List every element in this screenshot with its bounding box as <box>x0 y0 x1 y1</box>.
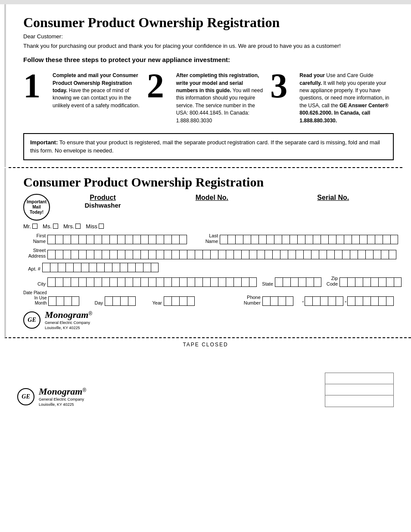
char-box[interactable] <box>312 296 320 306</box>
char-box[interactable] <box>371 277 378 287</box>
miss-checkbox[interactable] <box>99 224 104 229</box>
char-box[interactable] <box>140 250 148 259</box>
char-box[interactable] <box>109 235 117 244</box>
char-box[interactable] <box>78 277 86 287</box>
char-box[interactable] <box>72 296 79 306</box>
day-field[interactable] <box>105 296 144 306</box>
year-field[interactable] <box>164 296 203 306</box>
char-box[interactable] <box>270 296 278 306</box>
char-box[interactable] <box>282 235 290 244</box>
char-box[interactable] <box>378 277 386 287</box>
char-box[interactable] <box>78 250 86 259</box>
char-box[interactable] <box>86 235 94 244</box>
char-box[interactable] <box>179 235 187 244</box>
char-box[interactable] <box>105 296 112 306</box>
char-box[interactable] <box>386 277 394 287</box>
char-box[interactable] <box>133 277 140 287</box>
month-field[interactable] <box>48 296 87 306</box>
char-box[interactable] <box>303 250 311 259</box>
char-box[interactable] <box>71 277 78 287</box>
char-box[interactable] <box>171 296 179 306</box>
char-box[interactable] <box>305 296 312 306</box>
char-box[interactable] <box>272 250 280 259</box>
char-box[interactable] <box>262 296 270 306</box>
char-box[interactable] <box>220 235 227 244</box>
char-box[interactable] <box>363 296 371 306</box>
char-box[interactable] <box>89 263 97 272</box>
char-box[interactable] <box>235 235 243 244</box>
char-box[interactable] <box>135 263 143 272</box>
char-box[interactable] <box>120 296 128 306</box>
char-box[interactable] <box>288 250 296 259</box>
street-address-field[interactable] <box>47 250 396 259</box>
char-box[interactable] <box>195 277 202 287</box>
char-box[interactable] <box>187 277 195 287</box>
char-box[interactable] <box>148 235 156 244</box>
char-box[interactable] <box>65 263 73 272</box>
char-box[interactable] <box>151 263 159 272</box>
char-box[interactable] <box>218 277 226 287</box>
char-box[interactable] <box>94 235 102 244</box>
char-box[interactable] <box>297 235 305 244</box>
phone-mid-field[interactable] <box>305 296 344 306</box>
char-box[interactable] <box>104 263 112 272</box>
char-box[interactable] <box>265 250 272 259</box>
miss-option[interactable]: Miss <box>86 223 104 230</box>
char-box[interactable] <box>187 296 195 306</box>
char-box[interactable] <box>286 296 293 306</box>
last-name-field[interactable] <box>220 235 398 244</box>
char-box[interactable] <box>56 296 64 306</box>
char-box[interactable] <box>350 250 358 259</box>
char-box[interactable] <box>64 296 72 306</box>
zip-field[interactable] <box>339 277 402 287</box>
char-box[interactable] <box>42 263 50 272</box>
char-box[interactable] <box>210 250 218 259</box>
ms-checkbox[interactable] <box>53 224 58 229</box>
char-box[interactable] <box>234 277 241 287</box>
char-box[interactable] <box>125 235 133 244</box>
char-box[interactable] <box>148 250 156 259</box>
char-box[interactable] <box>164 235 171 244</box>
char-box[interactable] <box>257 250 265 259</box>
char-box[interactable] <box>47 235 55 244</box>
char-box[interactable] <box>383 235 390 244</box>
char-box[interactable] <box>102 250 109 259</box>
mrs-checkbox[interactable] <box>75 224 81 229</box>
char-box[interactable] <box>156 277 164 287</box>
char-box[interactable] <box>50 263 58 272</box>
char-box[interactable] <box>386 296 394 306</box>
char-box[interactable] <box>321 235 328 244</box>
char-box[interactable] <box>179 296 187 306</box>
char-box[interactable] <box>117 277 125 287</box>
char-box[interactable] <box>336 296 343 306</box>
char-box[interactable] <box>344 235 352 244</box>
mr-checkbox[interactable] <box>32 224 37 229</box>
char-box[interactable] <box>133 235 140 244</box>
char-box[interactable] <box>109 250 117 259</box>
char-box[interactable] <box>328 235 336 244</box>
char-box[interactable] <box>327 250 334 259</box>
char-box[interactable] <box>355 296 363 306</box>
char-box[interactable] <box>320 296 328 306</box>
char-box[interactable] <box>336 235 344 244</box>
char-box[interactable] <box>251 235 258 244</box>
char-box[interactable] <box>241 277 249 287</box>
char-box[interactable] <box>218 250 226 259</box>
phone-last-field[interactable] <box>347 296 394 306</box>
char-box[interactable] <box>109 277 117 287</box>
char-box[interactable] <box>365 250 373 259</box>
char-box[interactable] <box>339 277 347 287</box>
char-box[interactable] <box>394 277 402 287</box>
char-box[interactable] <box>378 296 386 306</box>
char-box[interactable] <box>389 250 396 259</box>
char-box[interactable] <box>71 250 78 259</box>
char-box[interactable] <box>381 250 389 259</box>
char-box[interactable] <box>128 296 136 306</box>
char-box[interactable] <box>55 235 63 244</box>
char-box[interactable] <box>352 235 359 244</box>
char-box[interactable] <box>171 277 179 287</box>
char-box[interactable] <box>63 250 71 259</box>
char-box[interactable] <box>390 235 398 244</box>
char-box[interactable] <box>55 250 63 259</box>
char-box[interactable] <box>81 263 89 272</box>
